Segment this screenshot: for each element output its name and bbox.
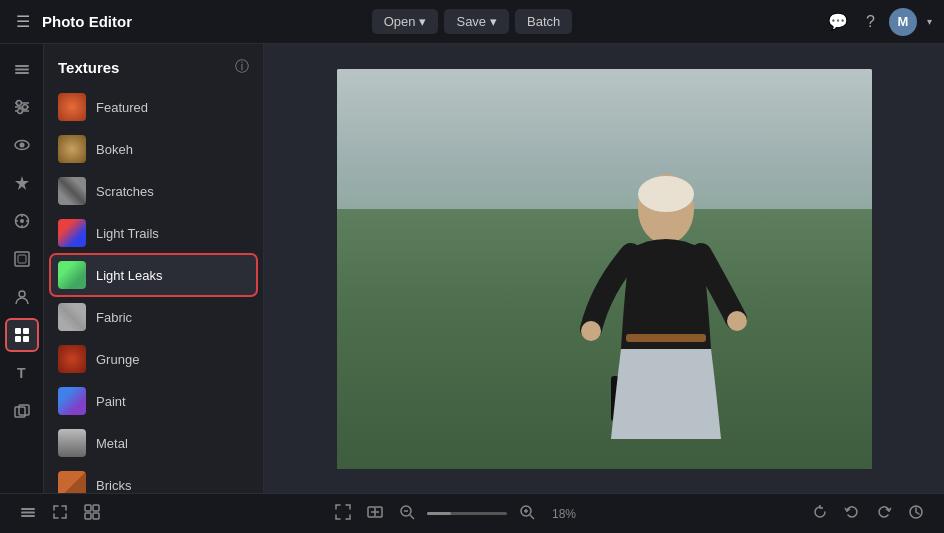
svg-point-20 <box>19 291 25 297</box>
fullscreen-icon[interactable] <box>331 500 355 527</box>
zoom-out-icon[interactable] <box>395 500 419 527</box>
svg-rect-36 <box>85 505 91 511</box>
texture-item-paint[interactable]: Paint <box>50 380 257 422</box>
stack-icon[interactable] <box>16 500 40 527</box>
photo-frame <box>337 69 872 469</box>
texture-item-light-leaks[interactable]: Light Leaks <box>50 254 257 296</box>
texture-item-light-trails[interactable]: Light Trails <box>50 212 257 254</box>
sidebar-icon-overlay[interactable] <box>5 394 39 428</box>
texture-item-bricks[interactable]: Bricks <box>50 464 257 493</box>
topbar: ☰ Photo Editor Open ▾ Save ▾ Batch 💬 ? M… <box>0 0 944 44</box>
texture-label-grunge: Grunge <box>96 352 139 367</box>
svg-point-13 <box>20 219 24 223</box>
texture-label-featured: Featured <box>96 100 148 115</box>
svg-point-6 <box>22 105 27 110</box>
sidebar-icon-people[interactable] <box>5 280 39 314</box>
texture-label-fabric: Fabric <box>96 310 132 325</box>
sidebar-icon-adjustments[interactable] <box>5 90 39 124</box>
save-label: Save <box>456 14 486 29</box>
texture-item-grunge[interactable]: Grunge <box>50 338 257 380</box>
texture-item-bokeh[interactable]: Bokeh <box>50 128 257 170</box>
avatar-chevron-icon[interactable]: ▾ <box>927 16 932 27</box>
help-icon[interactable]: ? <box>862 9 879 35</box>
bottom-left <box>16 500 104 527</box>
rotate-icon[interactable] <box>808 500 832 527</box>
sidebar-icon-frames[interactable] <box>5 242 39 276</box>
texture-item-featured[interactable]: Featured <box>50 86 257 128</box>
svg-rect-18 <box>15 252 29 266</box>
svg-line-45 <box>410 515 414 519</box>
topbar-right: 💬 ? M ▾ <box>580 8 932 36</box>
svg-rect-35 <box>21 515 35 517</box>
texture-thumb-metal <box>58 429 86 457</box>
topbar-left: ☰ Photo Editor <box>12 8 364 35</box>
texture-label-light-leaks: Light Leaks <box>96 268 163 283</box>
redo-icon[interactable] <box>872 500 896 527</box>
zoom-slider-fill <box>427 512 451 515</box>
svg-point-10 <box>19 143 24 148</box>
texture-thumb-paint <box>58 387 86 415</box>
bottom-bar: 18% <box>0 493 944 533</box>
sidebar-icon-text[interactable]: T <box>5 356 39 390</box>
svg-point-8 <box>17 109 22 114</box>
svg-rect-24 <box>23 336 29 342</box>
svg-rect-23 <box>15 336 21 342</box>
texture-thumb-fabric <box>58 303 86 331</box>
open-button[interactable]: Open ▾ <box>372 9 439 34</box>
zoom-slider[interactable] <box>427 512 507 515</box>
svg-rect-1 <box>15 69 29 71</box>
texture-label-metal: Metal <box>96 436 128 451</box>
svg-rect-39 <box>93 513 99 519</box>
texture-item-scratches[interactable]: Scratches <box>50 170 257 212</box>
info-icon[interactable]: ⓘ <box>235 58 249 76</box>
texture-item-metal[interactable]: Metal <box>50 422 257 464</box>
sidebar-icon-effects[interactable] <box>5 166 39 200</box>
svg-rect-19 <box>18 255 26 263</box>
menu-button[interactable]: ☰ <box>12 8 34 35</box>
svg-rect-34 <box>21 512 35 514</box>
canvas-area <box>264 44 944 493</box>
expand-icon[interactable] <box>48 500 72 527</box>
svg-point-4 <box>16 101 21 106</box>
photo-image <box>337 69 872 469</box>
svg-point-32 <box>727 311 747 331</box>
grid-icon[interactable] <box>80 500 104 527</box>
texture-label-light-trails: Light Trails <box>96 226 159 241</box>
sidebar-icon-retouch[interactable] <box>5 204 39 238</box>
sidebar-icon-eye[interactable] <box>5 128 39 162</box>
app-title: Photo Editor <box>42 13 132 30</box>
svg-rect-30 <box>626 334 706 342</box>
texture-label-bokeh: Bokeh <box>96 142 133 157</box>
avatar[interactable]: M <box>889 8 917 36</box>
zoom-label: 18% <box>547 507 581 521</box>
svg-rect-37 <box>93 505 99 511</box>
texture-thumb-grunge <box>58 345 86 373</box>
save-chevron-icon: ▾ <box>490 14 497 29</box>
chat-icon[interactable]: 💬 <box>824 8 852 35</box>
svg-line-49 <box>530 515 534 519</box>
svg-rect-0 <box>15 65 29 67</box>
svg-rect-38 <box>85 513 91 519</box>
texture-label-bricks: Bricks <box>96 478 131 493</box>
texture-thumb-scratches <box>58 177 86 205</box>
open-label: Open <box>384 14 416 29</box>
texture-panel: Textures ⓘ FeaturedBokehScratchesLight T… <box>44 44 264 493</box>
svg-rect-2 <box>15 72 29 74</box>
icon-sidebar: T <box>0 44 44 493</box>
texture-item-fabric[interactable]: Fabric <box>50 296 257 338</box>
svg-point-29 <box>638 176 694 212</box>
fit-icon[interactable] <box>363 500 387 527</box>
sidebar-icon-textures[interactable] <box>5 318 39 352</box>
texture-thumb-bokeh <box>58 135 86 163</box>
bottom-right <box>808 500 928 527</box>
topbar-center: Open ▾ Save ▾ Batch <box>372 9 573 34</box>
batch-button[interactable]: Batch <box>515 9 572 34</box>
panel-title: Textures <box>58 59 119 76</box>
save-button[interactable]: Save ▾ <box>444 9 509 34</box>
zoom-in-icon[interactable] <box>515 500 539 527</box>
undo-icon[interactable] <box>840 500 864 527</box>
texture-thumb-light-leaks <box>58 261 86 289</box>
svg-rect-22 <box>23 328 29 334</box>
history-icon[interactable] <box>904 500 928 527</box>
sidebar-icon-layers[interactable] <box>5 52 39 86</box>
